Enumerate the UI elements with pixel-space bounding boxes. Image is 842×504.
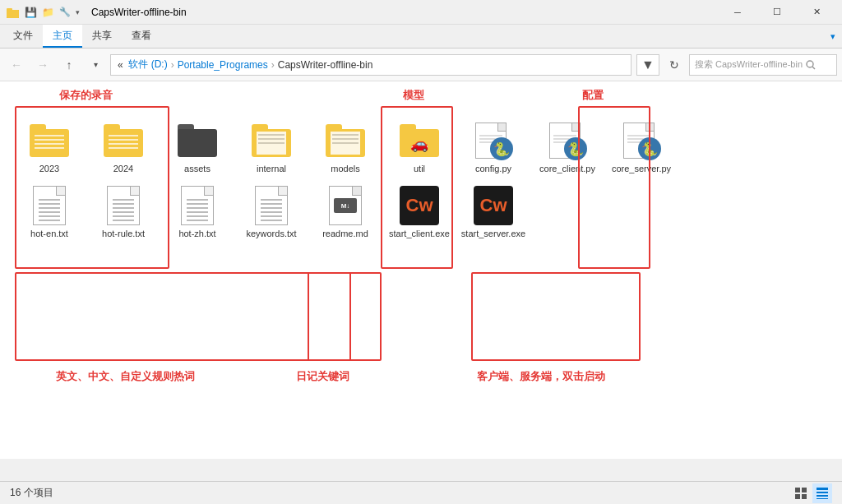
breadcrumb-current: CapsWriter-offline-bin: [278, 59, 373, 71]
py-snake: 🐍: [638, 137, 661, 160]
svg-rect-11: [817, 495, 828, 497]
file-hot-en[interactable]: hot-en.txt: [13, 181, 86, 243]
folder-util[interactable]: 🚗 util: [383, 116, 456, 178]
file-hot-rule[interactable]: hot-rule.txt: [87, 181, 160, 243]
address-dropdown[interactable]: ▼: [636, 54, 659, 76]
annotation-config: 配置: [582, 88, 604, 103]
annotation-hotwords: 英文、中文、自定义规则热词: [56, 369, 195, 384]
file-start-server-label: start_server.exe: [461, 229, 525, 239]
titlebar-dropdown[interactable]: ▾: [76, 8, 80, 16]
folder-2024-img: [104, 121, 143, 160]
folder-assets-img: [178, 121, 217, 160]
titlebar-controls: ─ ☐ ✕: [719, 0, 835, 25]
folder-internal-label: internal: [257, 164, 286, 174]
folder-2023[interactable]: 2023: [13, 116, 86, 178]
file-readme[interactable]: M↓ readme.md: [309, 181, 382, 243]
annotation-recordings: 保存的录音: [59, 88, 113, 103]
folder-2024-label: 2024: [113, 164, 133, 174]
up-button[interactable]: ↑: [58, 53, 81, 76]
svg-rect-7: [795, 494, 800, 499]
file-core-client[interactable]: 🐍 core_client.py: [531, 116, 604, 178]
file-hot-zh[interactable]: hot-zh.txt: [161, 181, 234, 243]
file-start-client[interactable]: Cw start_client.exe: [383, 181, 456, 243]
file-hot-rule-label: hot-rule.txt: [102, 229, 145, 239]
annotation-keywords: 日记关键词: [296, 369, 349, 384]
search-icon: [806, 60, 816, 70]
file-core-client-img: 🐍: [548, 121, 587, 160]
folder-assets[interactable]: assets: [161, 116, 234, 178]
annotation-box-exe: [471, 272, 641, 361]
file-start-client-label: start_client.exe: [389, 229, 450, 239]
file-config-img: 🐍: [474, 121, 513, 160]
icons-row1: 2023 2024: [13, 90, 829, 178]
sep2: ›: [271, 59, 275, 71]
exe-icon: Cw: [474, 186, 513, 225]
file-start-server-img: Cw: [474, 186, 513, 225]
file-core-server-img: 🐍: [622, 121, 661, 160]
tab-home[interactable]: 主页: [43, 25, 82, 48]
close-button[interactable]: ✕: [798, 0, 835, 25]
txt-shape: [33, 186, 66, 225]
refresh-button[interactable]: ↻: [663, 53, 686, 76]
file-core-server[interactable]: 🐍 core_server.py: [605, 116, 678, 178]
folder-shape: [104, 124, 143, 157]
back-button[interactable]: ←: [5, 53, 28, 76]
view-controls: [791, 483, 832, 503]
file-core-server-label: core_server.py: [612, 164, 671, 174]
python-icon: 🐍: [622, 121, 661, 160]
recent-locations[interactable]: ▾: [84, 53, 107, 76]
folder-body: [30, 129, 69, 157]
minimize-button[interactable]: ─: [719, 0, 756, 25]
folder-body: 🚗: [400, 129, 439, 157]
breadcrumb-portable: Portable_Programes: [178, 59, 268, 71]
folder-shape: [30, 124, 69, 157]
titlebar: 💾 📁 🔧 ▾ CapsWriter-offline-bin ─ ☐ ✕: [0, 0, 842, 25]
folder-shape: [178, 124, 217, 157]
folder-body: [252, 129, 291, 157]
txt-shape: [107, 186, 140, 225]
tab-share[interactable]: 共享: [82, 25, 122, 48]
folder-util-label: util: [414, 164, 425, 174]
search-box[interactable]: 搜索 CapsWriter-offline-bin: [689, 54, 837, 76]
file-keywords-img: [252, 186, 291, 225]
svg-rect-9: [817, 488, 828, 490]
folder-models[interactable]: models: [309, 116, 382, 178]
py-snake: 🐍: [490, 137, 513, 160]
file-hot-zh-img: [178, 186, 217, 225]
addressbar: ← → ↑ ▾ « 软件 (D:) › Portable_Programes ›…: [0, 49, 842, 81]
breadcrumb[interactable]: « 软件 (D:) › Portable_Programes › CapsWri…: [110, 54, 632, 76]
maximize-button[interactable]: ☐: [758, 0, 796, 25]
file-config-label: config.py: [475, 164, 511, 174]
file-keywords[interactable]: keywords.txt: [235, 181, 308, 243]
annotation-models: 模型: [403, 88, 424, 103]
folder-2023-img: [30, 121, 69, 160]
exe-icon: Cw: [400, 186, 439, 225]
statusbar: 16 个项目: [0, 481, 842, 504]
large-icons-view[interactable]: [791, 483, 811, 503]
file-core-client-label: core_client.py: [539, 164, 595, 174]
svg-rect-5: [795, 488, 800, 492]
file-config[interactable]: 🐍 config.py: [457, 116, 530, 178]
py-snake: 🐍: [564, 137, 587, 160]
details-view[interactable]: [812, 483, 832, 503]
file-hot-en-img: [30, 186, 69, 225]
ribbon-tabs: 文件 主页 共享 查看 ▾: [0, 25, 842, 48]
tab-file[interactable]: 文件: [3, 25, 43, 48]
folder-models-img: [326, 121, 365, 160]
sep1: ›: [171, 59, 174, 71]
svg-rect-2: [7, 10, 19, 18]
tab-view[interactable]: 查看: [122, 25, 161, 48]
python-icon: 🐍: [548, 121, 587, 160]
item-count: 16 个项目: [10, 486, 53, 500]
forward-button[interactable]: →: [31, 53, 54, 76]
file-start-server[interactable]: Cw start_server.exe: [457, 181, 530, 243]
python-icon: 🐍: [474, 121, 513, 160]
annotation-box-keywords: [308, 272, 382, 361]
folder-2024[interactable]: 2024: [87, 116, 160, 178]
svg-line-4: [812, 67, 815, 69]
breadcrumb-drive: 软件 (D:): [128, 58, 167, 72]
ribbon: 文件 主页 共享 查看 ▾: [0, 25, 842, 49]
folder-internal[interactable]: internal: [235, 116, 308, 178]
titlebar-title: CapsWriter-offline-bin: [91, 7, 187, 18]
ribbon-collapse[interactable]: ▾: [830, 31, 835, 42]
